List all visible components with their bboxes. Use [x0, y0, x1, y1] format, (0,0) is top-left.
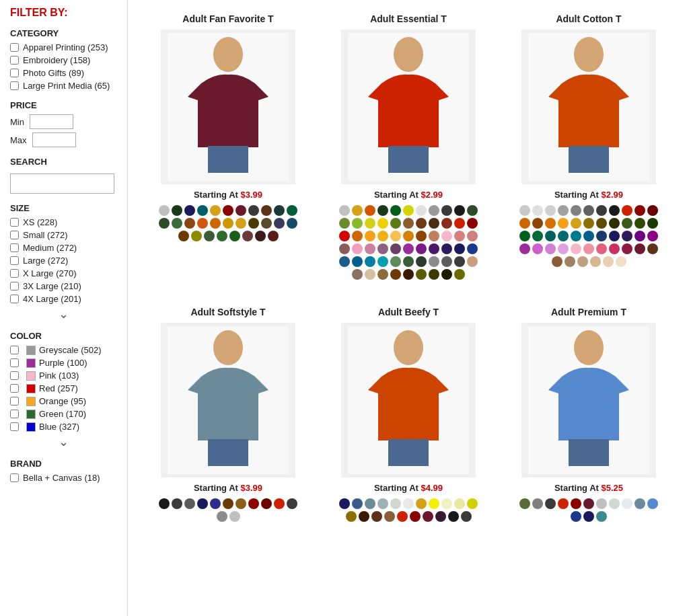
color-dot[interactable]: [423, 511, 433, 522]
color-checkbox[interactable]: [10, 410, 19, 418]
color-dot[interactable]: [184, 218, 195, 229]
color-dot[interactable]: [197, 205, 208, 216]
color-dot[interactable]: [583, 231, 594, 241]
size-item[interactable]: Medium (272): [10, 243, 117, 253]
color-dot[interactable]: [647, 243, 658, 254]
color-dot[interactable]: [352, 243, 363, 254]
color-dot[interactable]: [441, 498, 452, 509]
color-dot[interactable]: [552, 256, 563, 267]
color-dot[interactable]: [565, 256, 575, 267]
color-show-more[interactable]: ⌄: [10, 434, 117, 449]
color-dot[interactable]: [377, 218, 388, 229]
color-dot[interactable]: [416, 256, 427, 267]
color-dot[interactable]: [596, 243, 607, 254]
color-dot[interactable]: [609, 498, 620, 509]
color-dot[interactable]: [616, 256, 626, 267]
color-dot[interactable]: [571, 218, 581, 229]
color-dot[interactable]: [429, 231, 439, 241]
color-dot[interactable]: [622, 218, 632, 229]
size-item[interactable]: X Large (270): [10, 268, 117, 278]
color-dot[interactable]: [390, 218, 401, 229]
size-item[interactable]: 3X Large (210): [10, 281, 117, 291]
color-dot[interactable]: [545, 243, 556, 254]
color-dot[interactable]: [403, 498, 414, 509]
color-dot[interactable]: [441, 218, 452, 229]
color-dot[interactable]: [558, 218, 569, 229]
color-dot[interactable]: [429, 269, 439, 280]
color-dot[interactable]: [339, 243, 350, 254]
color-dot[interactable]: [403, 243, 414, 254]
color-dot[interactable]: [159, 218, 170, 229]
color-dot[interactable]: [634, 231, 645, 241]
color-dot[interactable]: [365, 269, 375, 280]
color-dot[interactable]: [571, 231, 581, 241]
color-dot[interactable]: [545, 231, 556, 241]
color-dot[interactable]: [583, 511, 594, 522]
color-dot[interactable]: [532, 205, 543, 216]
color-dot[interactable]: [255, 231, 266, 241]
color-dot[interactable]: [558, 498, 569, 509]
color-dot[interactable]: [352, 269, 363, 280]
color-dot[interactable]: [429, 205, 439, 216]
color-dot[interactable]: [441, 269, 452, 280]
color-dot[interactable]: [268, 231, 279, 241]
color-dot[interactable]: [603, 256, 614, 267]
color-dot[interactable]: [596, 511, 607, 522]
brand-item[interactable]: Bella + Canvas (18): [10, 473, 117, 483]
color-dot[interactable]: [558, 243, 569, 254]
color-dot[interactable]: [441, 205, 452, 216]
size-checkbox[interactable]: [10, 282, 19, 291]
color-dot[interactable]: [242, 231, 253, 241]
color-dot[interactable]: [429, 256, 439, 267]
color-dot[interactable]: [571, 498, 581, 509]
color-dot[interactable]: [365, 256, 375, 267]
color-item[interactable]: Greyscale (502): [10, 345, 117, 355]
color-dot[interactable]: [519, 498, 530, 509]
color-dot[interactable]: [532, 243, 543, 254]
color-dot[interactable]: [467, 231, 478, 241]
color-dot[interactable]: [210, 218, 221, 229]
color-dot[interactable]: [365, 243, 375, 254]
color-dot[interactable]: [159, 205, 170, 216]
category-checkbox[interactable]: [10, 56, 19, 65]
category-item[interactable]: Photo Gifts (89): [10, 68, 117, 78]
color-dot[interactable]: [274, 498, 285, 509]
color-dot[interactable]: [596, 218, 607, 229]
color-dot[interactable]: [454, 218, 465, 229]
color-dot[interactable]: [191, 231, 202, 241]
category-checkbox[interactable]: [10, 43, 19, 52]
color-item[interactable]: Red (257): [10, 383, 117, 393]
color-checkbox[interactable]: [10, 422, 19, 431]
color-dot[interactable]: [397, 511, 408, 522]
color-dot[interactable]: [287, 205, 297, 216]
color-dot[interactable]: [583, 243, 594, 254]
color-dot[interactable]: [365, 205, 375, 216]
color-dot[interactable]: [435, 511, 446, 522]
color-dot[interactable]: [545, 205, 556, 216]
color-dot[interactable]: [223, 205, 233, 216]
color-dot[interactable]: [532, 498, 543, 509]
color-dot[interactable]: [346, 511, 357, 522]
color-checkbox[interactable]: [10, 384, 19, 393]
color-dot[interactable]: [545, 218, 556, 229]
color-dot[interactable]: [596, 205, 607, 216]
product-card[interactable]: Adult Cotton TStarting At $2.99: [502, 7, 676, 286]
color-dot[interactable]: [467, 243, 478, 254]
color-dot[interactable]: [390, 231, 401, 241]
color-dot[interactable]: [441, 231, 452, 241]
color-dot[interactable]: [377, 231, 388, 241]
color-dot[interactable]: [159, 498, 170, 509]
color-dot[interactable]: [377, 256, 388, 267]
color-dot[interactable]: [634, 205, 645, 216]
color-dot[interactable]: [647, 231, 658, 241]
color-dot[interactable]: [365, 498, 375, 509]
size-checkbox[interactable]: [10, 218, 19, 227]
color-dot[interactable]: [467, 218, 478, 229]
color-dot[interactable]: [467, 205, 478, 216]
color-dot[interactable]: [184, 498, 195, 509]
color-dot[interactable]: [609, 205, 620, 216]
color-dot[interactable]: [172, 205, 182, 216]
size-checkbox[interactable]: [10, 243, 19, 252]
color-dot[interactable]: [634, 243, 645, 254]
color-dot[interactable]: [467, 256, 478, 267]
